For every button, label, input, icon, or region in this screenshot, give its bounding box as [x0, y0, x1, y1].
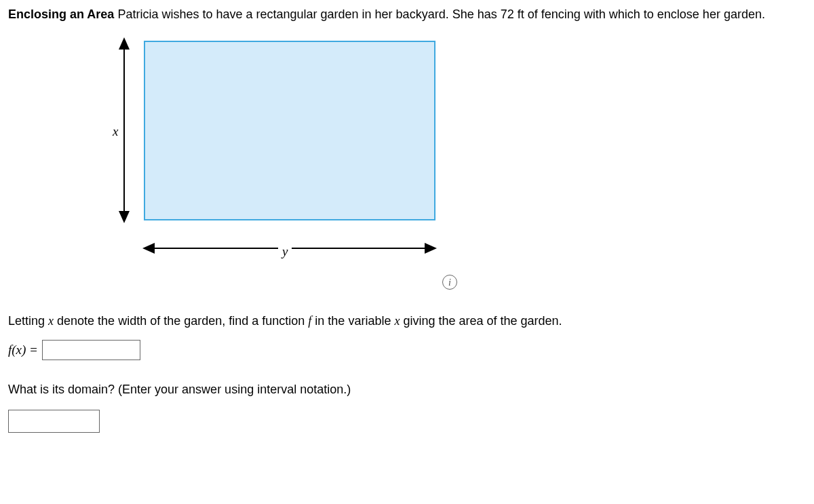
- question-area-function: Letting x denote the width of the garden…: [8, 312, 806, 330]
- fx-label: f(x) =: [8, 341, 38, 360]
- fx-answer-row: f(x) =: [8, 340, 806, 360]
- x-arrow-down-icon: [119, 211, 130, 223]
- question-domain: What is its domain? (Enter your answer u…: [8, 381, 806, 399]
- garden-rectangle: [144, 41, 435, 220]
- y-axis-label: y: [278, 241, 292, 263]
- info-icon[interactable]: i: [442, 275, 457, 290]
- garden-diagram: x y i: [96, 37, 476, 295]
- problem-title: Enclosing an Area: [8, 7, 114, 21]
- fx-answer-input[interactable]: [42, 340, 140, 360]
- x-arrow-up-icon: [119, 37, 130, 50]
- x-axis-label: x: [110, 121, 121, 143]
- problem-body: Patricia wishes to have a rectangular ga…: [114, 7, 765, 21]
- domain-answer-input[interactable]: [8, 410, 100, 433]
- x-dimension-line: [123, 44, 125, 217]
- y-arrow-right-icon: [425, 243, 437, 254]
- problem-statement: Enclosing an Area Patricia wishes to hav…: [8, 5, 806, 24]
- y-arrow-left-icon: [142, 243, 155, 254]
